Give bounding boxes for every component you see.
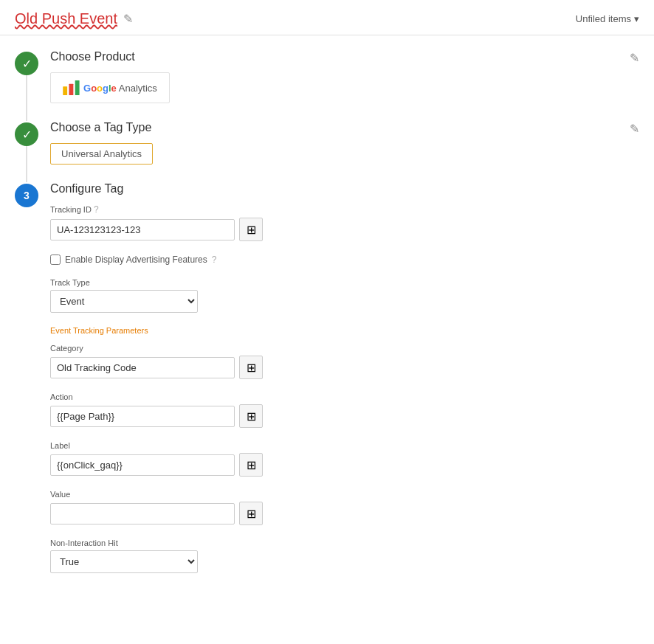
ga-logo: Google Analytics xyxy=(63,80,157,95)
checkmark-icon: ✓ xyxy=(22,57,32,71)
choose-product-header: Choose Product ✎ xyxy=(50,50,639,72)
category-label: Category xyxy=(50,344,639,353)
label-row: ⊞ xyxy=(50,453,639,477)
page-title: Old Push Event xyxy=(15,10,117,27)
non-interaction-label: Non-Interaction Hit xyxy=(50,539,639,547)
action-row: ⊞ xyxy=(50,404,639,428)
action-variable-icon: ⊞ xyxy=(247,409,256,423)
enable-display-label: Enable Display Advertising Features xyxy=(65,255,207,265)
choose-product-section: ✓ Choose Product ✎ Google Analytics xyxy=(15,50,639,103)
action-group: Action ⊞ xyxy=(50,392,639,428)
enable-display-row: Enable Display Advertising Features ? xyxy=(50,255,639,265)
svg-rect-2 xyxy=(75,80,80,95)
google-analytics-product-box[interactable]: Google Analytics xyxy=(50,72,170,103)
variable-icon: ⊞ xyxy=(247,223,256,237)
category-variable-icon: ⊞ xyxy=(247,361,256,375)
choose-tag-type-title: Choose a Tag Type xyxy=(50,121,151,134)
tracking-id-variable-btn[interactable]: ⊞ xyxy=(239,218,263,241)
action-variable-btn[interactable]: ⊞ xyxy=(239,404,263,428)
track-type-select[interactable]: Event Page View Transaction Social Timin… xyxy=(50,290,198,313)
action-label: Action xyxy=(50,392,639,401)
step3-indicator: 3 xyxy=(15,184,38,207)
track-type-group: Track Type Event Page View Transaction S… xyxy=(50,278,639,313)
value-variable-btn[interactable]: ⊞ xyxy=(239,502,263,525)
category-group: Category ⊞ xyxy=(50,344,639,379)
configure-tag-section: 3 Configure Tag Tracking ID ? ⊞ xyxy=(15,182,639,586)
label-variable-icon: ⊞ xyxy=(247,458,256,472)
tracking-id-help-icon[interactable]: ? xyxy=(94,204,99,215)
label-group: Label ⊞ xyxy=(50,441,639,477)
configure-tag-content: Configure Tag Tracking ID ? ⊞ Enable Dis… xyxy=(50,182,639,586)
choose-tag-type-edit-icon[interactable]: ✎ xyxy=(630,122,639,136)
choose-product-title: Choose Product xyxy=(50,50,135,63)
category-variable-btn[interactable]: ⊞ xyxy=(239,356,263,379)
svg-rect-0 xyxy=(63,86,67,95)
choose-tag-type-header: Choose a Tag Type ✎ xyxy=(50,121,639,143)
ga-logo-svg xyxy=(63,80,80,95)
value-label: Value xyxy=(50,490,639,499)
label-label: Label xyxy=(50,441,639,450)
event-tracking-parameters-label: Event Tracking Parameters xyxy=(50,326,639,335)
category-input[interactable] xyxy=(50,357,235,378)
title-edit-icon[interactable]: ✎ xyxy=(123,12,133,26)
universal-analytics-tag-box[interactable]: Universal Analytics xyxy=(50,143,153,165)
value-group: Value ⊞ xyxy=(50,490,639,525)
unfiled-items-button[interactable]: Unfiled items ▾ xyxy=(576,13,639,24)
category-row: ⊞ xyxy=(50,356,639,379)
top-bar: Old Push Event ✎ Unfiled items ▾ xyxy=(0,0,654,35)
choose-tag-type-content: Choose a Tag Type ✎ Universal Analytics xyxy=(50,121,639,165)
enable-display-help-icon[interactable]: ? xyxy=(212,255,217,265)
value-variable-icon: ⊞ xyxy=(247,507,256,521)
value-row: ⊞ xyxy=(50,502,639,525)
main-content: ✓ Choose Product ✎ Google Analytics xyxy=(0,35,654,619)
choose-tag-type-section: ✓ Choose a Tag Type ✎ Universal Analytic… xyxy=(15,121,639,165)
tracking-id-row: ⊞ xyxy=(50,218,639,241)
step3-number: 3 xyxy=(24,190,30,201)
tag-type-label: Universal Analytics xyxy=(61,148,142,159)
action-input[interactable] xyxy=(50,406,235,427)
choose-product-content: Choose Product ✎ Google Analytics xyxy=(50,50,639,103)
tracking-id-label: Tracking ID ? xyxy=(50,204,639,215)
non-interaction-group: Non-Interaction Hit True False xyxy=(50,539,639,573)
tracking-id-input[interactable] xyxy=(50,219,235,240)
svg-rect-1 xyxy=(69,84,73,95)
non-interaction-select[interactable]: True False xyxy=(50,550,198,573)
label-variable-btn[interactable]: ⊞ xyxy=(239,453,263,477)
step1-indicator: ✓ xyxy=(15,52,38,75)
configure-tag-title: Configure Tag xyxy=(50,182,639,195)
tracking-id-group: Tracking ID ? ⊞ xyxy=(50,204,639,241)
ga-product-label: Google Analytics xyxy=(83,83,157,94)
step2-indicator: ✓ xyxy=(15,122,38,146)
label-input[interactable] xyxy=(50,454,235,476)
value-input[interactable] xyxy=(50,503,235,524)
checkmark-icon2: ✓ xyxy=(22,128,32,142)
choose-product-edit-icon[interactable]: ✎ xyxy=(630,51,639,65)
enable-display-checkbox[interactable] xyxy=(50,255,61,265)
track-type-label: Track Type xyxy=(50,278,639,287)
